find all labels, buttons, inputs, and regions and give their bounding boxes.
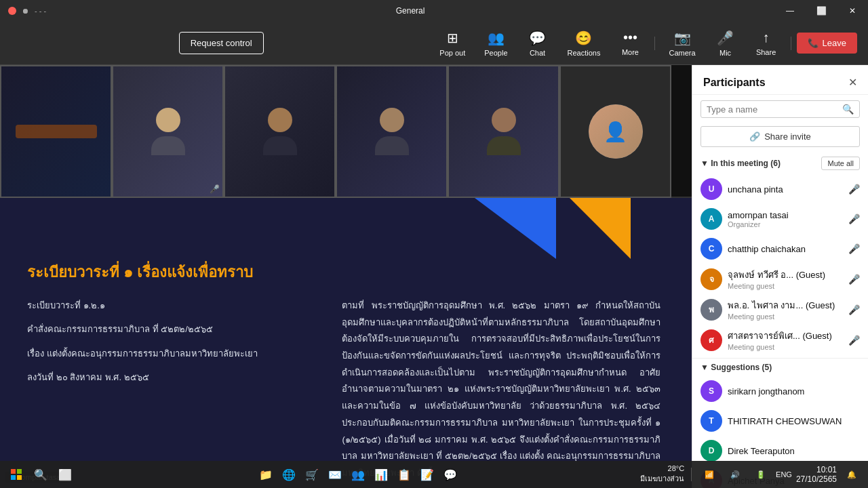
mic-icon-unchana: 🎤: [848, 184, 860, 195]
thumbnails-strip: 🎤: [0, 65, 692, 198]
suggestion-avatar-direk: D: [701, 440, 722, 462]
mic-icon-sattra: 🎤: [848, 335, 860, 346]
participant-role-sattra: Meeting guest: [728, 343, 843, 351]
start-button[interactable]: [5, 464, 27, 485]
slide-body: ระเบียบวาระที่ ๑.๒.๑ คำสั่งคณะกรรมการธรร…: [27, 298, 665, 482]
taskbar-word[interactable]: 📝: [416, 464, 438, 485]
presenter-thumbnail[interactable]: 👤: [559, 65, 671, 198]
taskbar-teams[interactable]: 👥: [347, 464, 369, 485]
svg-rect-3: [17, 475, 22, 480]
suggestions-header: ▼ Suggestions (5): [692, 359, 868, 376]
taskbar-edge[interactable]: 🌐: [278, 464, 300, 485]
people-button[interactable]: 👥 People: [476, 26, 515, 61]
taskbar-powerpoint[interactable]: 📋: [393, 464, 415, 485]
suggestion-info-direk: Direk Teeraputon: [728, 446, 860, 456]
video-area: 🎤: [0, 65, 692, 488]
participant-info-julpong: จุลพงษ์ ทวีศรี อ... (Guest) Meeting gues…: [728, 268, 843, 290]
suggestion-thitirath[interactable]: T THITIRATH CHEOWSUWAN: [692, 406, 868, 436]
mic-icon-amornpan: 🎤: [848, 214, 860, 224]
camera-button[interactable]: 📷 Camera: [660, 26, 703, 61]
participant-info-sattra: ศาสตราจารย์พิเศ... (Guest) Meeting guest: [728, 329, 843, 351]
search-taskbar-button[interactable]: 🔍: [30, 464, 52, 485]
participant-julpong[interactable]: จ จุลพงษ์ ทวีศรี อ... (Guest) Meeting gu…: [692, 264, 868, 294]
toolbar-center[interactable]: Request control: [179, 32, 264, 54]
maximize-button[interactable]: ⬜: [806, 0, 837, 22]
participant-name-julpong: จุลพงษ์ ทวีศรี อ... (Guest): [728, 268, 843, 282]
participant-sattra[interactable]: ศ ศาสตราจารย์พิเศ... (Guest) Meeting gue…: [692, 325, 868, 355]
taskbar-teams-app[interactable]: 💬: [439, 464, 461, 485]
network-icon[interactable]: 📶: [698, 464, 720, 485]
battery-icon[interactable]: 🔋: [750, 464, 772, 485]
share-invite-button[interactable]: 🔗 Share invite: [701, 126, 860, 147]
thumb-head-4: [380, 108, 404, 132]
participant-role-amornpan: Organizer: [728, 220, 843, 228]
thumbnail-2[interactable]: 🎤: [112, 65, 224, 198]
participant-info-unchana: unchana pinta: [728, 184, 843, 195]
camera-icon: 📷: [674, 30, 691, 46]
thumbnail-4[interactable]: [336, 65, 448, 198]
toolbar: Request control ⊞ Pop out 👥 People 💬 Cha…: [0, 22, 868, 65]
thumbnail-3[interactable]: [224, 65, 336, 198]
svg-rect-0: [11, 469, 16, 474]
participant-paisan[interactable]: พ พล.อ. ไพศาล งาม... (Guest) Meeting gue…: [692, 294, 868, 325]
mic-icon: 🎤: [717, 30, 734, 46]
taskbar-excel[interactable]: 📊: [370, 464, 392, 485]
participant-chatthip[interactable]: C chatthip chaichakan 🎤: [692, 234, 868, 264]
close-button[interactable]: ✕: [837, 0, 868, 22]
taskbar: 🔍 ⬜ 📁 🌐 🛒 ✉️ 👥 📊 📋 📝 💬 28°C มีเมฆบางส่วน…: [0, 461, 868, 488]
taskview-button[interactable]: ⬜: [54, 464, 76, 485]
weather-temp: 28°C: [668, 464, 685, 472]
separator: [654, 37, 655, 50]
participant-unchana[interactable]: U unchana pinta 🎤: [692, 174, 868, 204]
taskbar-explorer[interactable]: 📁: [255, 464, 277, 485]
taskbar-mail[interactable]: ✉️: [324, 464, 346, 485]
titlebar-controls[interactable]: — ⬜ ✕: [774, 0, 868, 22]
weather-desc: มีเมฆบางส่วน: [640, 472, 684, 485]
search-icon-button[interactable]: 🔍: [842, 104, 854, 115]
time-display: 10:01: [796, 465, 837, 474]
taskbar-store[interactable]: 🛒: [301, 464, 323, 485]
mic-button[interactable]: 🎤 Mic: [707, 26, 745, 61]
popout-button[interactable]: ⊞ Pop out: [431, 26, 473, 61]
thumbnail-5[interactable]: [448, 65, 559, 198]
reactions-button[interactable]: 😊 Reactions: [559, 26, 609, 61]
mic-icon-chatthip: 🎤: [848, 243, 860, 254]
slide-body-left: ระเบียบวาระที่ ๑.๒.๑ คำสั่งคณะกรรมการธรร…: [27, 298, 320, 482]
leave-phone-icon: 📞: [808, 38, 818, 48]
share-button[interactable]: ↑ Share: [747, 26, 785, 60]
titlebar-left: ⏺ - - -: [0, 7, 46, 15]
titlebar: ⏺ - - - General — ⬜ ✕: [0, 0, 868, 22]
participant-amornpan[interactable]: A amornpan tasai Organizer 🎤: [692, 204, 868, 234]
thumb-head-2: [156, 108, 180, 132]
mic-off-icon-2: 🎤: [210, 184, 220, 194]
search-box[interactable]: 🔍: [701, 100, 860, 118]
mic-icon-paisan: 🎤: [848, 304, 860, 315]
panel-close-button[interactable]: ✕: [848, 76, 857, 89]
thumb-figure-3: [263, 108, 297, 155]
mic-icon-julpong: 🎤: [848, 274, 860, 285]
request-control-button[interactable]: Request control: [179, 32, 264, 54]
thumb-content-1: [1, 66, 111, 197]
in-meeting-label: ▼ In this meeting (6): [701, 159, 781, 168]
minimize-button[interactable]: —: [774, 0, 806, 22]
suggestion-name-thitirath: THITIRATH CHEOWSUWAN: [728, 416, 860, 426]
slide-body-right: ตามที่ พระราชบัญญัติการอุดมศึกษา พ.ศ. ๒๕…: [342, 298, 660, 482]
slide-content: ระเบียบวาระที่ ๑ เรื่องแจ้งเพื่อทราบ ระเ…: [0, 198, 692, 488]
toolbar-right: ⊞ Pop out 👥 People 💬 Chat 😊 Reactions ••…: [431, 26, 857, 61]
suggestion-sirikarn[interactable]: S sirikarn jongthanom: [692, 376, 868, 406]
popout-icon: ⊞: [447, 30, 458, 46]
lang-indicator: ENG: [776, 470, 792, 479]
more-icon: •••: [623, 30, 637, 45]
thumbnail-1[interactable]: [0, 65, 112, 198]
volume-icon[interactable]: 🔊: [724, 464, 746, 485]
chat-button[interactable]: 💬 Chat: [519, 26, 557, 61]
taskbar-right: 28°C มีเมฆบางส่วน 📶 🔊 🔋 ENG 10:01 27/10/…: [640, 464, 863, 485]
notifications-button[interactable]: 🔔: [841, 464, 863, 485]
thumb-content-3: [225, 66, 334, 197]
thumb-body-2: [151, 136, 185, 155]
more-button[interactable]: ••• More: [611, 26, 649, 60]
leave-button[interactable]: 📞 Leave: [797, 33, 857, 54]
mute-all-button[interactable]: Mute all: [821, 157, 860, 170]
participant-info-chatthip: chatthip chaichakan: [728, 244, 843, 254]
search-input[interactable]: [707, 104, 838, 115]
